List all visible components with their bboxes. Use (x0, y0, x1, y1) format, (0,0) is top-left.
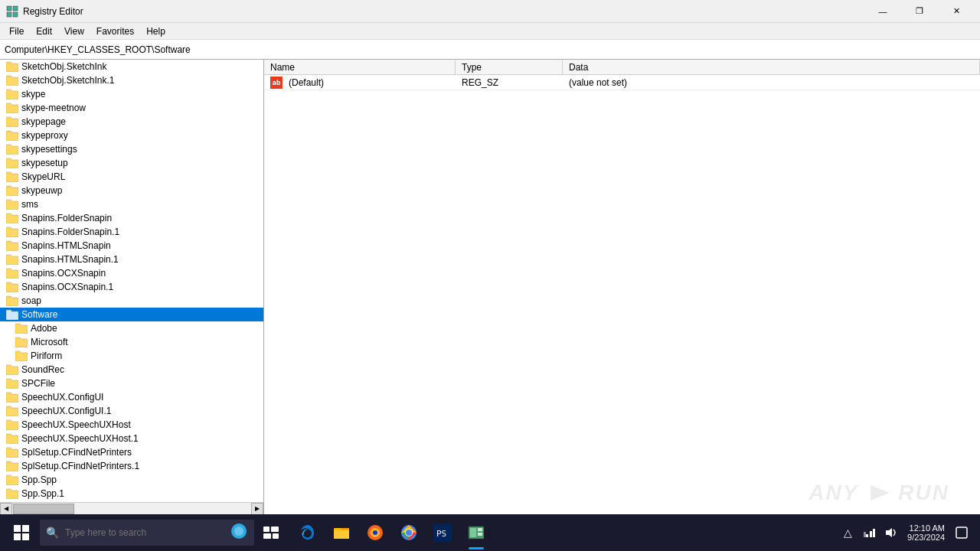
taskbar-file-explorer[interactable] (325, 514, 358, 551)
svg-text:PS: PS (436, 529, 446, 539)
folder-icon (6, 129, 18, 142)
address-path: Computer\HKEY_CLASSES_ROOT\Software (5, 44, 191, 55)
tree-item-label: skypeuwp (21, 185, 62, 196)
search-icon: 🔍 (46, 527, 59, 539)
tree-item[interactable]: SpeechUX.ConfigUI.1 (0, 404, 263, 418)
right-panel: Name Type Data ab(Default)REG_SZ(value n… (264, 60, 980, 514)
taskbar-chrome[interactable] (392, 514, 426, 551)
tree-item[interactable]: skypesetup (0, 156, 263, 170)
menu-item-edit[interactable]: Edit (30, 24, 58, 38)
app-icon (6, 5, 18, 18)
tree-item[interactable]: skypesettings (0, 142, 263, 156)
data-column-header[interactable]: Data (563, 60, 980, 74)
tree-panel: SketchObj.SketchInk SketchObj.SketchInk.… (0, 60, 264, 514)
folder-icon (15, 336, 28, 348)
system-clock[interactable]: 12:10 AM 9/23/2024 (903, 523, 949, 542)
taskbar-firefox[interactable] (358, 514, 392, 551)
tree-item[interactable]: Software (0, 308, 263, 321)
powershell-icon: PS (433, 523, 452, 542)
tree-item[interactable]: Snapins.OCXSnapin.1 (0, 280, 263, 294)
restore-button[interactable]: ❐ (902, 0, 937, 23)
start-button[interactable] (3, 514, 40, 551)
svg-rect-28 (866, 534, 868, 537)
tree-item[interactable]: skypepage (0, 115, 263, 129)
tree-item[interactable]: soap (0, 294, 263, 308)
tree-scroll[interactable]: SketchObj.SketchInk SketchObj.SketchInk.… (0, 60, 263, 502)
tree-item[interactable]: Snapins.OCXSnapin (0, 266, 263, 280)
menu-item-file[interactable]: File (3, 24, 30, 38)
tree-item[interactable]: SoundRec (0, 363, 263, 377)
volume-icon[interactable] (881, 523, 900, 542)
tree-item[interactable]: skype (0, 87, 263, 101)
tree-item[interactable]: Snapins.FolderSnapin.1 (0, 225, 263, 239)
menu-item-favorites[interactable]: Favorites (90, 24, 140, 38)
search-input[interactable] (65, 527, 224, 538)
tree-item[interactable]: skypeproxy (0, 129, 263, 142)
name-column-header[interactable]: Name (264, 60, 456, 74)
tree-item[interactable]: SplSetup.CFindNetPrinters.1 (0, 459, 263, 473)
taskbar-active-app[interactable] (459, 514, 493, 551)
tree-item[interactable]: SpeechUX.SpeechUXHost (0, 418, 263, 432)
right-content: ab(Default)REG_SZ(value not set) (264, 75, 980, 514)
tree-item-label: Piriform (31, 350, 62, 361)
close-button[interactable]: ✕ (939, 0, 974, 23)
taskbar-edge[interactable] (291, 514, 325, 551)
tree-item[interactable]: skype-meetnow (0, 101, 263, 115)
tree-item[interactable]: sms (0, 197, 263, 211)
scroll-right-button[interactable]: ▶ (251, 503, 263, 515)
chevron-tray-icon[interactable]: △ (838, 523, 857, 542)
clock-time: 12:10 AM (907, 523, 945, 533)
tree-item[interactable]: Microsoft (0, 335, 263, 349)
notification-button[interactable] (952, 523, 971, 542)
folder-icon (6, 295, 18, 307)
tree-item[interactable]: Spp.Spp (0, 473, 263, 487)
minimize-button[interactable]: — (865, 0, 900, 23)
tree-item[interactable]: SpeechUX.SpeechUXHost.1 (0, 432, 263, 445)
type-column-header[interactable]: Type (456, 60, 563, 74)
folder-icon (6, 446, 18, 458)
tree-item-label: skypeproxy (21, 130, 68, 141)
tree-item[interactable]: skypeuwp (0, 184, 263, 197)
scroll-left-button[interactable]: ◀ (0, 503, 12, 515)
tree-item[interactable]: Snapins.HTMLSnapin (0, 239, 263, 253)
menu-item-help[interactable]: Help (140, 24, 172, 38)
tree-item[interactable]: SketchObj.SketchInk (0, 60, 263, 73)
window-title: Registry Editor (23, 6, 865, 17)
tree-item[interactable]: Snapins.FolderSnapin (0, 211, 263, 225)
tree-item-label: SpeechUX.SpeechUXHost (21, 419, 131, 430)
taskbar-powershell[interactable]: PS (426, 514, 459, 551)
tree-item[interactable]: Piriform (0, 349, 263, 363)
tree-item-label: SpeechUX.SpeechUXHost.1 (21, 433, 139, 444)
tree-item-label: Snapins.FolderSnapin (21, 213, 112, 223)
folder-icon (6, 157, 18, 169)
network-icon[interactable] (860, 523, 878, 542)
tree-item-label: SpeechUX.ConfigUI (21, 392, 103, 403)
taskbar-search[interactable]: 🔍 (40, 520, 254, 546)
tree-item-label: Software (21, 309, 57, 320)
task-view-button[interactable] (254, 514, 288, 551)
tree-item[interactable]: Adobe (0, 321, 263, 335)
svg-rect-25 (470, 528, 476, 537)
registry-row[interactable]: ab(Default)REG_SZ(value not set) (264, 75, 980, 90)
tree-item-label: Microsoft (31, 337, 68, 347)
svg-rect-2 (7, 12, 11, 17)
horizontal-scrollbar[interactable]: ◀ ▶ (0, 502, 263, 514)
scroll-thumb[interactable] (13, 504, 74, 514)
registry-name-cell: ab(Default) (264, 75, 456, 90)
tree-item[interactable]: Spp.Spp.1 (0, 487, 263, 500)
tree-item[interactable]: SPCFile (0, 377, 263, 390)
svg-rect-10 (263, 527, 270, 532)
svg-rect-33 (956, 527, 967, 538)
tree-item[interactable]: SketchObj.SketchInk.1 (0, 73, 263, 87)
tree-item[interactable]: SkypeURL (0, 170, 263, 184)
tree-item[interactable]: SplSetup.CFindNetPrinters (0, 445, 263, 459)
tree-item-label: skypesetup (21, 158, 68, 168)
tree-item[interactable]: Snapins.HTMLSnapin.1 (0, 253, 263, 266)
tree-item[interactable]: SpeechUX.ConfigUI (0, 390, 263, 404)
svg-point-21 (406, 530, 412, 536)
folder-icon (6, 171, 18, 183)
folder-icon (6, 405, 18, 417)
tree-item-label: Snapins.FolderSnapin.1 (21, 227, 119, 237)
tree-item-label: SplSetup.CFindNetPrinters (21, 447, 132, 458)
menu-item-view[interactable]: View (58, 24, 90, 38)
